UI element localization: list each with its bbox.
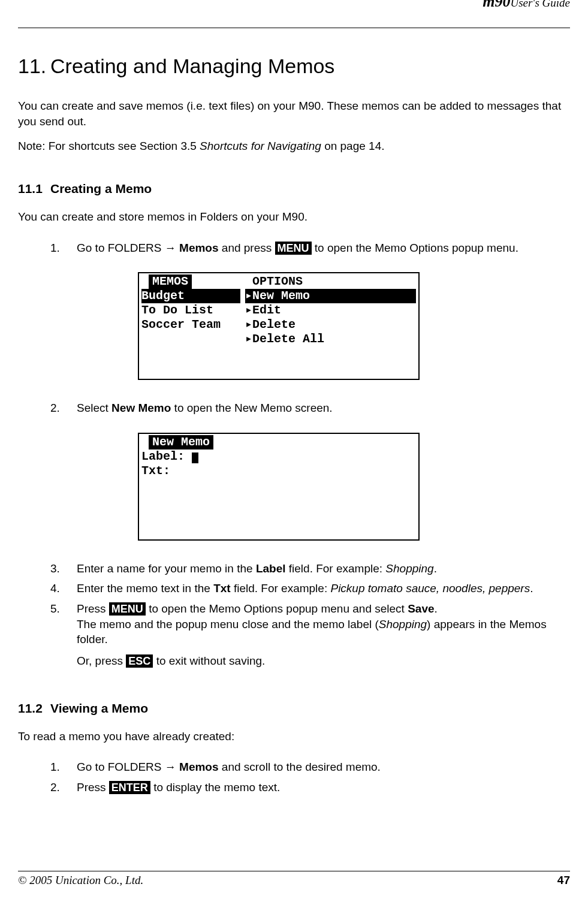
memo-item-selected: Budget [141,289,240,303]
screen-memos-options: MEMOS Budget To Do List Soccer Team OPTI… [138,272,570,380]
section-11-2-heading: 11.2 Viewing a Memo [18,701,570,716]
section-title: Viewing a Memo [50,701,148,716]
step-content: Enter the memo text in the Txt field. Fo… [77,581,570,596]
options-pane: OPTIONS New Memo Edit Delete Delete All [243,273,418,379]
chapter-heading: 11. Creating and Managing Memos [18,55,570,78]
new-memo-pane: New Memo Label: Txt: [139,434,418,539]
label-field-row: Label: [141,450,416,464]
triangle-icon [245,289,252,303]
note-suffix: on page 14. [321,140,385,152]
steps-11-1c: 3. Enter a name for your memo in the Lab… [50,556,570,674]
step-content: Enter a name for your memo in the Label … [77,561,570,577]
arrow-icon: → [165,761,176,773]
section-11-1-lead: You can create and store memos in Folder… [18,209,570,225]
step-number: 1. [50,759,77,775]
cursor-icon [192,452,198,463]
step-content: Go to FOLDERS → Memos and press MENU to … [77,240,570,256]
step-1: 1. Go to FOLDERS → Memos and scroll to t… [50,759,570,775]
page-number: 47 [557,874,570,887]
memos-pane: MEMOS Budget To Do List Soccer Team [139,273,243,379]
step-number: 4. [50,581,77,596]
section-number: 11.1 [18,182,50,196]
footer-rule [18,871,570,871]
chapter-title: Creating and Managing Memos [50,55,334,78]
step-number: 3. [50,561,77,577]
screen-new-memo: New Memo Label: Txt: [138,433,570,541]
step-4: 4. Enter the memo text in the Txt field.… [50,581,570,596]
triangle-icon [245,332,252,346]
memo-item: To Do List [141,303,240,318]
section-11-2-lead: To read a memo you have already created: [18,729,570,744]
step-content: Press ENTER to display the memo text. [77,780,570,795]
txt-field-row: Txt: [141,464,416,478]
guide-label: User's Guide [510,0,570,9]
menu-key: MENU [275,242,312,255]
triangle-icon [245,318,252,331]
note-prefix: Note: For shortcuts see Section 3.5 [18,140,200,152]
new-memo-title: New Memo [149,435,213,450]
copyright: © 2005 Unication Co., Ltd. [18,874,143,887]
header-rule [18,28,570,28]
triangle-icon [245,303,252,317]
page-footer: © 2005 Unication Co., Ltd. 47 [18,871,570,887]
esc-key: ESC [126,654,153,668]
arrow-icon: → [165,242,176,254]
option-item: Delete [245,318,416,332]
step-number: 2. [50,780,77,795]
step-content: Go to FOLDERS → Memos and scroll to the … [77,759,570,775]
brand-logo: m90 [483,0,510,10]
option-item: Delete All [245,332,416,346]
device-screen: New Memo Label: Txt: [138,433,420,541]
enter-key: ENTER [109,781,150,794]
memos-title: MEMOS [149,274,192,289]
step-2: 2. Select New Memo to open the New Memo … [50,400,570,416]
note-ref: Shortcuts for Navigating [200,140,321,152]
step-content: Select New Memo to open the New Memo scr… [77,400,570,416]
step-2: 2. Press ENTER to display the memo text. [50,780,570,795]
steps-11-2: 1. Go to FOLDERS → Memos and scroll to t… [50,755,570,800]
option-item-selected: New Memo [245,289,416,303]
option-item: Edit [245,303,416,318]
step-number: 2. [50,400,77,416]
step-number: 5. [50,601,77,669]
step-number: 1. [50,240,77,256]
section-number: 11.2 [18,701,50,716]
step-5: 5. Press MENU to open the Memo Options p… [50,601,570,669]
chapter-number: 11. [18,55,50,78]
intro-paragraph: You can create and save memos (i.e. text… [18,98,570,129]
steps-11-1: 1. Go to FOLDERS → Memos and press MENU … [50,236,570,261]
section-title: Creating a Memo [50,182,152,196]
section-11-1-heading: 11.1 Creating a Memo [18,182,570,196]
step-3: 3. Enter a name for your memo in the Lab… [50,561,570,577]
menu-key: MENU [109,602,146,616]
step-content: Press MENU to open the Memo Options popu… [77,601,570,669]
label-key: Label: [141,450,192,463]
options-title: OPTIONS [252,274,303,288]
device-screen: MEMOS Budget To Do List Soccer Team OPTI… [138,272,420,380]
intro-note: Note: For shortcuts see Section 3.5 Shor… [18,138,570,154]
running-header: m90User's Guide [18,0,570,11]
step-1: 1. Go to FOLDERS → Memos and press MENU … [50,240,570,256]
steps-11-1b: 2. Select New Memo to open the New Memo … [50,396,570,421]
memo-item: Soccer Team [141,318,240,332]
page: m90User's Guide 11. Creating and Managin… [0,0,588,899]
